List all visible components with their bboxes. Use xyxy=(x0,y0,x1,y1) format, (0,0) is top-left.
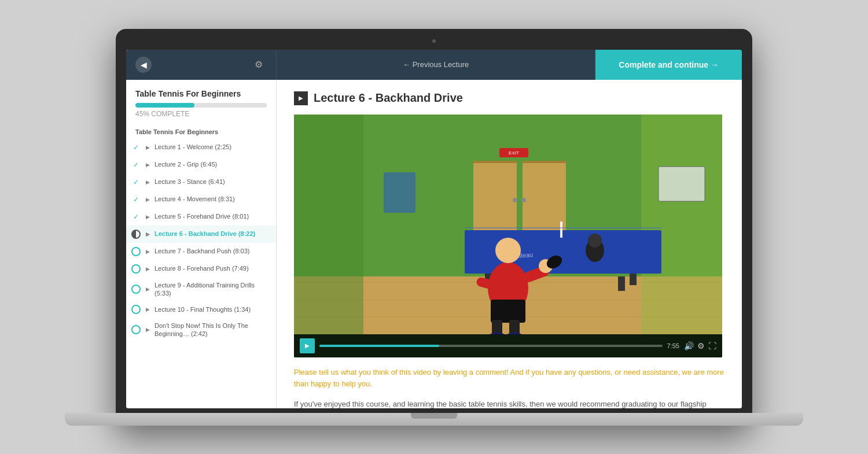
svg-rect-17 xyxy=(384,172,415,213)
svg-point-27 xyxy=(588,234,602,248)
lecture-item-6[interactable]: ▶ Lecture 6 - Backhand Drive (8:22) xyxy=(126,226,276,243)
status-empty-icon xyxy=(131,284,141,294)
video-controls: ▶ 7:55 🔊 ⚙ ⛶ xyxy=(294,334,722,357)
description-1: Please tell us what you think of this vi… xyxy=(294,367,724,391)
previous-lecture-button[interactable]: ← Previous Lecture xyxy=(277,50,595,80)
status-half-icon xyxy=(131,229,141,239)
lecture-label: Lecture 6 - Backhand Drive (8:22) xyxy=(155,230,269,238)
complete-continue-button[interactable]: Complete and continue → xyxy=(595,50,742,80)
svg-rect-11 xyxy=(523,161,566,163)
video-icon: ▶ xyxy=(146,231,150,237)
main-content: Table Tennis For Beginners 45% COMPLETE … xyxy=(126,80,742,408)
content-area: ▶ Lecture 6 - Backhand Drive xyxy=(277,80,742,408)
lecture-item-11[interactable]: ▶ Don't Stop Now! This Is Only The Begin… xyxy=(126,318,276,342)
lecture-label: Lecture 3 - Stance (6:41) xyxy=(155,178,269,186)
status-empty-icon xyxy=(131,304,141,315)
svg-rect-21 xyxy=(618,276,625,291)
lecture-label: Lecture 7 - Backhand Push (8:03) xyxy=(155,247,269,255)
video-type-icon: ▶ xyxy=(294,91,308,105)
settings-icon[interactable]: ⚙ xyxy=(697,341,705,350)
svg-point-12 xyxy=(513,198,517,202)
svg-rect-33 xyxy=(491,300,525,323)
progress-track xyxy=(135,103,267,108)
play-button[interactable]: ▶ xyxy=(300,338,315,353)
lecture-label: Lecture 8 - Forehand Push (7:49) xyxy=(155,264,269,272)
fullscreen-icon[interactable]: ⛶ xyxy=(708,341,716,350)
lecture-item-1[interactable]: ✓ ▶ Lecture 1 - Welcome (2:25) xyxy=(126,139,276,156)
status-completed-icon: ✓ xyxy=(131,194,141,205)
video-icon: ▶ xyxy=(146,307,150,312)
video-scene[interactable]: EXIT xyxy=(294,115,722,334)
video-icon: ▶ xyxy=(146,197,150,202)
sidebar: Table Tennis For Beginners 45% COMPLETE … xyxy=(126,80,277,408)
status-empty-icon xyxy=(131,264,141,274)
svg-rect-24 xyxy=(465,227,661,228)
video-progress[interactable] xyxy=(319,345,663,347)
section-header: Table Tennis For Beginners xyxy=(126,120,276,139)
course-title: Table Tennis For Beginners xyxy=(126,80,276,103)
sidebar-controls: ◀ ⚙ xyxy=(126,50,277,80)
lecture-label: Lecture 2 - Grip (6:45) xyxy=(155,160,269,168)
lecture-main-title: Lecture 6 - Backhand Drive xyxy=(314,91,463,105)
svg-rect-34 xyxy=(492,320,502,334)
svg-rect-6 xyxy=(294,115,363,334)
lecture-item-9[interactable]: ▶ Lecture 9 - Additional Training Drills… xyxy=(126,278,276,301)
video-icon: ▶ xyxy=(146,327,150,333)
video-svg: EXIT xyxy=(294,115,722,334)
video-icon: ▶ xyxy=(146,145,150,150)
lecture-label: Don't Stop Now! This Is Only The Beginni… xyxy=(155,322,269,338)
settings-button[interactable]: ⚙ xyxy=(251,57,267,73)
svg-rect-22 xyxy=(465,230,661,274)
svg-rect-10 xyxy=(473,161,517,163)
svg-rect-23 xyxy=(560,222,562,238)
lecture-label: Lecture 5 - Forehand Drive (8:01) xyxy=(155,212,269,220)
lecture-label: Lecture 4 - Movement (8:31) xyxy=(155,195,269,203)
svg-rect-7 xyxy=(641,115,722,334)
top-navigation: ◀ ⚙ ← Previous Lecture Complete and cont… xyxy=(126,50,742,80)
video-icon: ▶ xyxy=(146,214,150,220)
video-player: EXIT xyxy=(294,115,722,357)
video-icon: ▶ xyxy=(146,286,150,292)
video-icon: ▶ xyxy=(146,162,150,168)
svg-point-13 xyxy=(521,198,526,202)
progress-label: 45% COMPLETE xyxy=(135,110,267,118)
description-2-before: If you've enjoyed this course, and learn… xyxy=(294,400,707,408)
lecture-item-3[interactable]: ✓ ▶ Lecture 3 - Stance (6:41) xyxy=(126,174,276,191)
lecture-item-8[interactable]: ▶ Lecture 8 - Forehand Push (7:49) xyxy=(126,260,276,278)
volume-icon[interactable]: 🔊 xyxy=(684,341,694,350)
back-button[interactable]: ◀ xyxy=(135,57,152,73)
lecture-item-7[interactable]: ▶ Lecture 7 - Backhand Push (8:03) xyxy=(126,243,276,260)
status-empty-icon xyxy=(131,246,141,257)
lecture-title-row: ▶ Lecture 6 - Backhand Drive xyxy=(294,91,724,105)
description-2: If you've enjoyed this course, and learn… xyxy=(294,398,724,408)
lecture-label: Lecture 9 - Additional Training Drills (… xyxy=(155,281,269,298)
status-completed-icon: ✓ xyxy=(131,142,141,153)
svg-point-29 xyxy=(495,238,521,263)
lecture-label: Lecture 10 - Final Thoughts (1:34) xyxy=(155,305,269,313)
video-icon: ▶ xyxy=(146,249,150,254)
lecture-label: Lecture 1 - Welcome (2:25) xyxy=(155,143,269,151)
video-icon: ▶ xyxy=(146,179,150,185)
lecture-item-5[interactable]: ✓ ▶ Lecture 5 - Forehand Drive (8:01) xyxy=(126,208,276,226)
svg-rect-8 xyxy=(473,161,517,236)
progress-section: 45% COMPLETE xyxy=(126,103,276,120)
status-empty-icon xyxy=(131,324,141,335)
status-completed-icon: ✓ xyxy=(131,177,141,187)
status-completed-icon: ✓ xyxy=(131,212,141,222)
svg-rect-35 xyxy=(509,320,520,334)
svg-rect-16 xyxy=(659,167,705,201)
svg-rect-9 xyxy=(523,161,566,236)
video-control-icons: 🔊 ⚙ ⛶ xyxy=(684,341,716,350)
lecture-item-4[interactable]: ✓ ▶ Lecture 4 - Movement (8:31) xyxy=(126,191,276,208)
lecture-item-2[interactable]: ✓ ▶ Lecture 2 - Grip (6:45) xyxy=(126,156,276,174)
video-icon: ▶ xyxy=(146,266,150,272)
video-progress-fill xyxy=(319,345,439,347)
progress-fill xyxy=(135,103,194,108)
lecture-item-10[interactable]: ▶ Lecture 10 - Final Thoughts (1:34) xyxy=(126,301,276,318)
video-time: 7:55 xyxy=(667,342,679,349)
status-completed-icon: ✓ xyxy=(131,160,141,170)
svg-text:EXIT: EXIT xyxy=(509,150,519,156)
